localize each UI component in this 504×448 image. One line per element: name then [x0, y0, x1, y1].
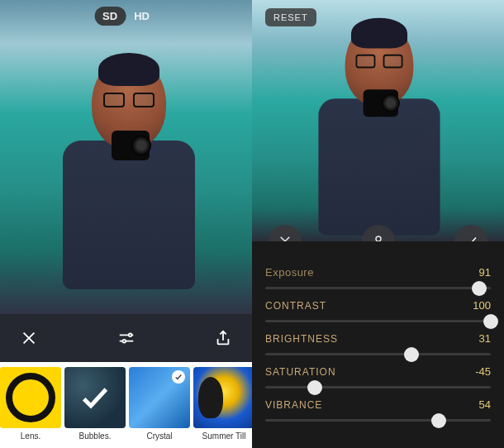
slider-track[interactable] — [265, 353, 491, 355]
slider-brightness: BRIGHTNESS 31 — [265, 332, 491, 355]
filter-label: Bubbles. — [79, 431, 112, 441]
filter-thumb — [0, 367, 61, 428]
filter-item-bubbles[interactable]: Bubbles. — [64, 367, 126, 448]
slider-label: Exposure — [265, 266, 314, 279]
slider-value: 31 — [479, 332, 491, 345]
slider-label: VIBRANCE — [265, 399, 322, 411]
slider-saturation: SATURATION -45 — [265, 365, 491, 388]
filter-label: Lens. — [21, 431, 40, 441]
person-icon — [371, 234, 386, 241]
share-button[interactable] — [212, 327, 234, 349]
quality-hd[interactable]: HD — [126, 7, 158, 26]
svg-point-0 — [128, 334, 131, 337]
svg-point-1 — [122, 340, 126, 343]
slider-track[interactable] — [265, 320, 491, 322]
slider-exposure: Exposure 91 — [265, 266, 491, 289]
bottom-toolbar — [0, 314, 252, 362]
close-icon — [278, 234, 292, 241]
close-button[interactable] — [18, 327, 40, 349]
applied-badge — [172, 370, 185, 384]
slider-thumb[interactable] — [472, 281, 487, 296]
svg-point-2 — [376, 236, 381, 241]
checkmark-icon — [78, 381, 112, 414]
slider-thumb[interactable] — [483, 314, 498, 329]
filter-thumb — [193, 367, 252, 428]
slider-value: 54 — [479, 398, 491, 411]
slider-label: SATURATION — [265, 366, 336, 378]
filter-item-lens[interactable]: Lens. — [0, 367, 61, 448]
sliders-icon — [117, 329, 136, 347]
filter-item-summer[interactable]: Summer Till — [193, 367, 252, 448]
slider-value: -45 — [475, 365, 491, 378]
filter-select-screen: SD HD Lens. — [0, 0, 252, 448]
filter-label: Summer Till — [202, 431, 246, 441]
slider-track[interactable] — [265, 386, 491, 388]
preview-image-left[interactable] — [0, 0, 252, 314]
filter-label: Crystal — [146, 431, 172, 441]
slider-track[interactable] — [265, 419, 491, 422]
slider-value: 91 — [479, 266, 491, 279]
slider-thumb[interactable] — [307, 380, 322, 395]
subject-silhouette — [318, 22, 440, 236]
slider-label: CONTRAST — [265, 300, 326, 312]
adjust-button[interactable] — [116, 327, 137, 349]
action-row — [252, 225, 504, 241]
close-icon — [20, 329, 38, 347]
checkmark-icon — [464, 234, 478, 241]
filter-item-crystal[interactable]: Crystal — [129, 367, 190, 448]
slider-thumb[interactable] — [404, 347, 419, 362]
adjust-screen: RESET Exposure 91 — [252, 0, 504, 448]
quality-toggle: SD HD — [94, 7, 158, 26]
subject-silhouette — [63, 58, 195, 289]
checkmark-icon — [174, 373, 183, 381]
slider-track[interactable] — [265, 287, 491, 289]
quality-sd[interactable]: SD — [94, 7, 126, 26]
reset-button[interactable]: RESET — [265, 8, 316, 26]
slider-vibrance: VIBRANCE 54 — [265, 398, 491, 422]
filter-thumb — [129, 367, 190, 428]
sliders-panel: Exposure 91 CONTRAST 100 BRIGHTNESS 31 — [252, 241, 504, 448]
slider-label: BRIGHTNESS — [265, 333, 338, 345]
filter-thumb — [64, 367, 126, 428]
cancel-button[interactable] — [269, 225, 302, 241]
profile-button[interactable] — [362, 225, 395, 241]
slider-value: 100 — [473, 299, 491, 312]
share-icon — [214, 329, 232, 347]
slider-contrast: CONTRAST 100 — [265, 299, 491, 322]
filter-strip[interactable]: Lens. Bubbles. Crystal Summer Till — [0, 362, 252, 448]
preview-image-right[interactable]: RESET — [252, 0, 504, 241]
confirm-button[interactable] — [454, 225, 487, 241]
slider-thumb[interactable] — [431, 413, 446, 428]
